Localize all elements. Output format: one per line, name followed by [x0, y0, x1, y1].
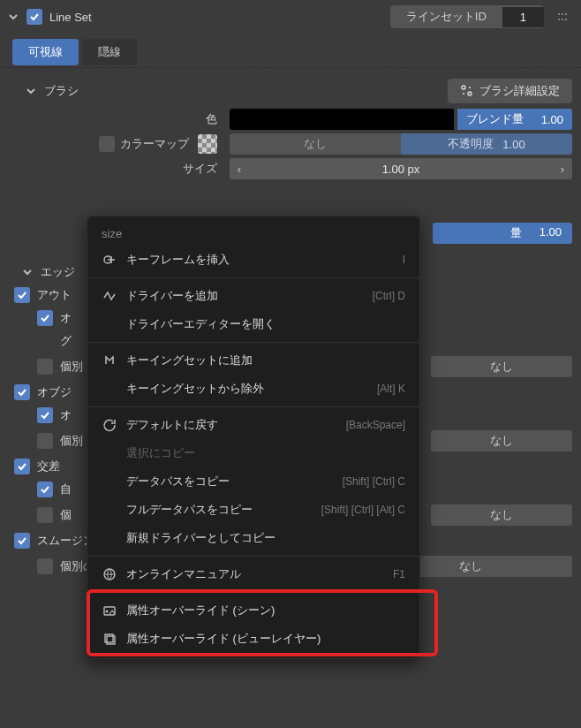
svg-point-7: [468, 92, 472, 95]
svg-point-13: [106, 610, 109, 613]
smoothing-checkbox[interactable]: [14, 533, 30, 549]
menu-copy-to-selected: 選択にコピー: [87, 439, 419, 467]
menu-open-driver-editor[interactable]: ドライバーエディターを開く: [87, 310, 419, 338]
brush-section-title: ブラシ: [44, 83, 79, 99]
color-label: 色: [9, 111, 226, 127]
intersect-indiv-checkbox[interactable]: [37, 507, 53, 523]
menu-copy-data-path[interactable]: データパスをコピー [Shift] [Ctrl] C: [87, 467, 419, 496]
object-o-checkbox[interactable]: [37, 407, 53, 423]
menu-online-manual[interactable]: オンラインマニュアル F1: [87, 560, 419, 588]
svg-point-3: [558, 19, 560, 20]
object-o-label: オ: [60, 407, 72, 423]
menu-override-scene[interactable]: 属性オーバーライド (シーン): [87, 596, 419, 625]
menu-reset-default[interactable]: デフォルトに戻す [BackSpace]: [87, 411, 419, 439]
menu-insert-keyframe[interactable]: キーフレームを挿入 I: [87, 246, 419, 274]
tab-hidden-lines[interactable]: 隠線: [82, 39, 137, 65]
context-menu: size キーフレームを挿入 I ドライバーを追加 [Ctrl] D ドライバー…: [87, 216, 420, 659]
drag-grip-icon[interactable]: [551, 11, 574, 23]
object-indiv-field[interactable]: なし: [431, 430, 572, 451]
menu-remove-keyingset[interactable]: キーイングセットから除外 [Alt] K: [87, 375, 419, 403]
outline-indiv-field[interactable]: なし: [431, 356, 572, 377]
colormap-label: カラーマップ: [120, 136, 189, 152]
checker-icon: [198, 134, 217, 154]
context-menu-title: size: [87, 222, 419, 246]
keyframe-icon: [102, 253, 117, 267]
driver-icon: [102, 289, 117, 303]
outline-checkbox[interactable]: [14, 287, 30, 303]
brush-detail-label: ブラシ詳細設定: [479, 83, 560, 99]
intersect-self-label: 自: [60, 482, 72, 497]
svg-point-4: [562, 19, 563, 20]
settings-dots-icon: [460, 85, 474, 97]
menu-copy-full-data-path[interactable]: フルデータパスをコピー [Shift] [Ctrl] [Alt] C: [87, 496, 419, 524]
menu-override-viewlayer[interactable]: 属性オーバーライド (ビューレイヤー): [87, 625, 419, 653]
colormap-checkbox[interactable]: [99, 136, 115, 152]
scene-icon: [102, 603, 117, 618]
svg-point-8: [463, 93, 464, 95]
menu-add-keyingset[interactable]: キーイングセットに追加: [87, 346, 419, 375]
svg-point-0: [558, 13, 560, 15]
object-label: オブジ: [37, 384, 72, 400]
svg-point-9: [469, 87, 471, 88]
outline-gu-label: グ: [60, 333, 72, 349]
menu-copy-as-new-driver[interactable]: 新規ドライバーとしてコピー: [87, 524, 419, 552]
outline-o-label: オ: [60, 310, 72, 326]
intersect-self-checkbox[interactable]: [37, 482, 53, 497]
edge-collapse-toggle[interactable]: [21, 267, 34, 277]
menu-add-driver[interactable]: ドライバーを追加 [Ctrl] D: [87, 282, 419, 310]
reset-icon: [102, 418, 117, 432]
outline-o-checkbox[interactable]: [37, 310, 53, 326]
smoothing-indiv-checkbox[interactable]: [37, 558, 53, 574]
lineset-id-field[interactable]: ラインセットID 1: [390, 5, 544, 28]
object-indiv-label: 個別: [60, 433, 83, 449]
size-amount-value: 1.00: [529, 223, 572, 244]
globe-icon: [102, 567, 117, 581]
outline-indiv-label: 個別: [60, 359, 83, 375]
collapse-toggle[interactable]: [7, 11, 19, 22]
intersect-indiv-label: 個: [60, 507, 72, 523]
intersect-label: 交差: [37, 459, 60, 474]
keyingset-icon: [102, 353, 117, 368]
outline-indiv-checkbox[interactable]: [37, 359, 53, 375]
svg-point-6: [462, 86, 465, 89]
object-checkbox[interactable]: [14, 384, 30, 400]
size-label: サイズ: [9, 161, 226, 177]
panel-title: Line Set: [49, 11, 92, 24]
blend-label: ブレンド量: [457, 111, 532, 127]
brush-detail-button[interactable]: ブラシ詳細設定: [448, 79, 572, 103]
intersect-checkbox[interactable]: [14, 459, 30, 474]
size-field[interactable]: ‹ 1.00 px ›: [230, 158, 572, 179]
lineset-id-value: 1: [502, 7, 544, 27]
colormap-value-field[interactable]: なし: [230, 133, 401, 155]
blend-value: 1.00: [532, 113, 572, 126]
svg-point-1: [562, 13, 563, 15]
brush-collapse-toggle[interactable]: [25, 86, 37, 96]
svg-point-5: [565, 19, 567, 20]
lineset-enable-checkbox[interactable]: [26, 9, 42, 25]
viewlayer-icon: [102, 632, 117, 646]
spinner-right-icon[interactable]: ›: [553, 163, 572, 176]
edge-section-title: エッジ: [41, 264, 75, 280]
size-value: 1.00 px: [249, 163, 553, 176]
spinner-left-icon[interactable]: ‹: [230, 163, 249, 176]
size-amount-label: 量: [433, 223, 529, 244]
size-amount-field[interactable]: 量 1.00: [433, 223, 572, 244]
tab-visible-lines[interactable]: 可視線: [12, 39, 79, 65]
blend-amount-field[interactable]: ブレンド量 1.00: [457, 109, 572, 130]
color-swatch[interactable]: [230, 109, 454, 130]
svg-point-2: [565, 13, 567, 15]
lineset-id-label: ラインセットID: [390, 5, 502, 28]
intersect-indiv-field[interactable]: なし: [431, 504, 572, 526]
opacity-field[interactable]: 不透明度 1.00: [401, 133, 572, 155]
opacity-value: 1.00: [502, 138, 524, 151]
outline-label: アウト: [37, 287, 72, 303]
object-indiv-checkbox[interactable]: [37, 433, 53, 449]
opacity-label: 不透明度: [448, 136, 502, 152]
